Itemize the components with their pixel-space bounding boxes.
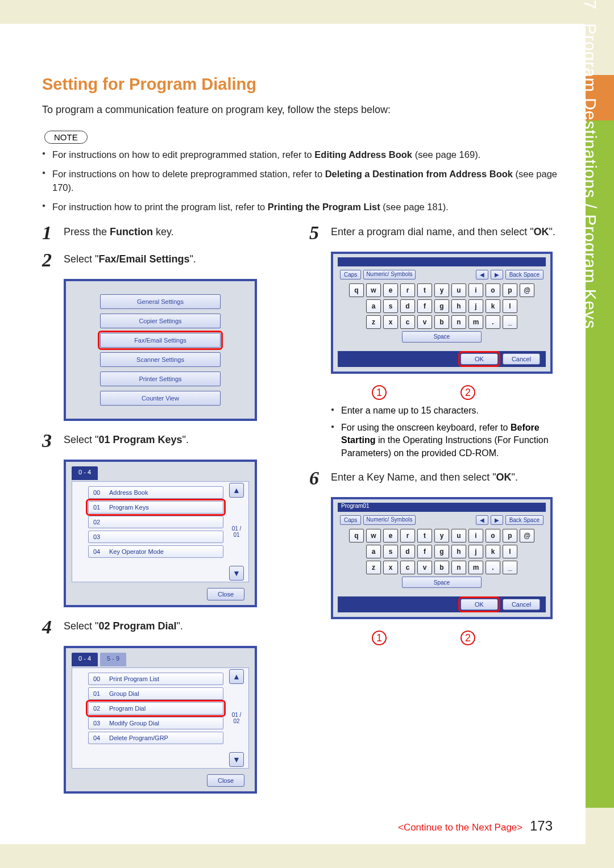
tab-5-9[interactable]: 5 - 9 <box>100 653 126 666</box>
backspace-button[interactable]: Back Space <box>505 515 544 525</box>
arrow-left-icon[interactable]: ◀ <box>476 515 488 525</box>
key-j[interactable]: j <box>468 299 483 313</box>
key-h[interactable]: h <box>451 299 466 313</box>
menu-item-counter[interactable]: Counter View <box>100 391 221 406</box>
key-t[interactable]: t <box>417 529 432 542</box>
key-x[interactable]: x <box>383 315 398 329</box>
key-l[interactable]: l <box>503 299 517 313</box>
key-space[interactable]: Space <box>402 331 482 343</box>
caps-button[interactable]: Caps <box>340 270 361 279</box>
list-item[interactable]: 02 <box>88 516 223 528</box>
key-w[interactable]: w <box>366 529 381 542</box>
key-f[interactable]: f <box>417 545 432 558</box>
key-l[interactable]: l <box>503 545 517 558</box>
menu-item-scanner[interactable]: Scanner Settings <box>100 352 221 367</box>
key-space[interactable]: Space <box>402 577 482 588</box>
key-underscore[interactable]: _ <box>503 315 517 329</box>
key-y[interactable]: y <box>434 283 449 297</box>
key-dot[interactable]: . <box>486 315 500 329</box>
key-p[interactable]: p <box>503 283 517 297</box>
key-g[interactable]: g <box>434 299 449 313</box>
key-n[interactable]: n <box>451 561 466 574</box>
close-button[interactable]: Close <box>207 774 244 787</box>
key-d[interactable]: d <box>400 545 415 558</box>
key-t[interactable]: t <box>417 283 432 297</box>
numeric-symbols-button[interactable]: Numeric/ Symbols <box>363 270 415 279</box>
arrow-left-icon[interactable]: ◀ <box>476 270 488 279</box>
cancel-button[interactable]: Cancel <box>503 353 540 365</box>
key-at[interactable]: @ <box>520 283 534 297</box>
key-y[interactable]: y <box>434 529 449 542</box>
key-a[interactable]: a <box>366 299 381 313</box>
key-p[interactable]: p <box>503 529 517 542</box>
ok-button[interactable]: OK <box>460 353 498 365</box>
key-q[interactable]: q <box>349 529 364 542</box>
list-item[interactable]: 03Modify Group Dial <box>88 717 223 729</box>
numeric-symbols-button[interactable]: Numeric/ Symbols <box>363 515 415 525</box>
tab-0-4[interactable]: 0 - 4 <box>72 466 98 480</box>
ok-button[interactable]: OK <box>460 599 498 610</box>
continue-link[interactable]: <Continue to the Next Page> <box>398 822 522 833</box>
key-v[interactable]: v <box>417 561 432 574</box>
key-o[interactable]: o <box>486 283 500 297</box>
key-s[interactable]: s <box>383 545 398 558</box>
list-item[interactable]: 00Address Book <box>88 486 223 499</box>
menu-item-fax-email[interactable]: Fax/Email Settings <box>100 333 221 348</box>
tab-0-4[interactable]: 0 - 4 <box>72 653 98 666</box>
backspace-button[interactable]: Back Space <box>505 270 544 279</box>
key-u[interactable]: u <box>451 529 466 542</box>
key-z[interactable]: z <box>366 561 381 574</box>
key-a[interactable]: a <box>366 545 381 558</box>
key-b[interactable]: b <box>434 315 449 329</box>
menu-item-copier[interactable]: Copier Settings <box>100 314 221 328</box>
key-z[interactable]: z <box>366 315 381 329</box>
key-dot[interactable]: . <box>486 561 500 574</box>
list-item[interactable]: 03 <box>88 531 223 543</box>
key-g[interactable]: g <box>434 545 449 558</box>
key-c[interactable]: c <box>400 561 415 574</box>
key-k[interactable]: k <box>486 299 500 313</box>
key-e[interactable]: e <box>383 283 398 297</box>
key-m[interactable]: m <box>468 315 483 329</box>
key-b[interactable]: b <box>434 561 449 574</box>
key-i[interactable]: i <box>468 283 483 297</box>
arrow-right-icon[interactable]: ▶ <box>491 515 503 525</box>
key-d[interactable]: d <box>400 299 415 313</box>
list-item[interactable]: 00Print Program List <box>88 673 223 685</box>
key-o[interactable]: o <box>486 529 500 542</box>
arrow-right-icon[interactable]: ▶ <box>491 270 503 279</box>
key-h[interactable]: h <box>451 545 466 558</box>
scroll-up-icon[interactable]: ▲ <box>229 669 244 684</box>
cancel-button[interactable]: Cancel <box>503 599 540 610</box>
list-item-program-keys[interactable]: 01Program Keys <box>88 501 223 514</box>
key-r[interactable]: r <box>400 529 415 542</box>
menu-item-printer[interactable]: Printer Settings <box>100 372 221 386</box>
scroll-up-icon[interactable]: ▲ <box>229 483 244 498</box>
key-w[interactable]: w <box>366 283 381 297</box>
key-n[interactable]: n <box>451 315 466 329</box>
list-item[interactable]: 01Group Dial <box>88 687 223 700</box>
key-i[interactable]: i <box>468 529 483 542</box>
key-e[interactable]: e <box>383 529 398 542</box>
list-item[interactable]: 04Delete Program/GRP <box>88 732 223 744</box>
scroll-down-icon[interactable]: ▼ <box>229 752 244 767</box>
key-m[interactable]: m <box>468 561 483 574</box>
close-button[interactable]: Close <box>207 588 244 600</box>
key-at[interactable]: @ <box>520 529 534 542</box>
key-x[interactable]: x <box>383 561 398 574</box>
key-u[interactable]: u <box>451 283 466 297</box>
menu-item-general[interactable]: General Settings <box>100 294 221 309</box>
key-s[interactable]: s <box>383 299 398 313</box>
key-q[interactable]: q <box>349 283 364 297</box>
key-v[interactable]: v <box>417 315 432 329</box>
key-underscore[interactable]: _ <box>503 561 517 574</box>
key-c[interactable]: c <box>400 315 415 329</box>
key-j[interactable]: j <box>468 545 483 558</box>
key-r[interactable]: r <box>400 283 415 297</box>
list-item-program-dial[interactable]: 02Program Dial <box>88 702 223 715</box>
scroll-down-icon[interactable]: ▼ <box>229 566 244 581</box>
key-f[interactable]: f <box>417 299 432 313</box>
list-item[interactable]: 04Key Operator Mode <box>88 545 223 558</box>
caps-button[interactable]: Caps <box>340 515 361 525</box>
key-k[interactable]: k <box>486 545 500 558</box>
